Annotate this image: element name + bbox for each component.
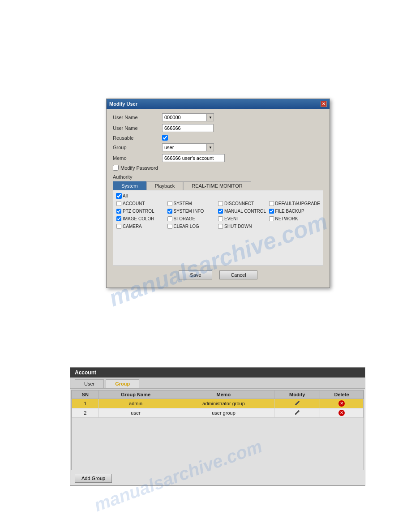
username-dropdown[interactable]: 000000 ▼ <box>162 113 214 121</box>
delete-icon-1[interactable]: ✕ <box>338 400 345 407</box>
modify-user-dialog: Modify User ✕ User Name 000000 ▼ User Na… <box>106 99 330 288</box>
col-memo: Memo <box>173 390 274 399</box>
tab-playback[interactable]: Playback <box>146 181 184 190</box>
checkbox-ptz-control[interactable] <box>116 209 121 214</box>
tab-system[interactable]: System <box>113 181 146 190</box>
auth-item-file-backup: FILE BACKUP <box>269 208 320 214</box>
checkbox-shut-down[interactable] <box>218 224 223 229</box>
cell-delete-1[interactable]: ✕ <box>320 399 364 408</box>
checkbox-storage[interactable] <box>167 216 172 221</box>
checkbox-network[interactable] <box>269 216 274 221</box>
account-titlebar: Account <box>70 368 365 378</box>
group-table: SN Group Name Memo Modify Delete 1 admin… <box>72 390 364 418</box>
table-row: 1 admin administrator group ✕ <box>72 399 364 408</box>
memo-label: Memo <box>113 155 162 161</box>
modify-password-checkbox[interactable] <box>113 165 119 171</box>
label-disconnect: DISCONNECT <box>224 201 254 206</box>
tab-user[interactable]: User <box>75 379 104 388</box>
username-dropdown-row: User Name 000000 ▼ <box>113 113 323 121</box>
account-tabs: User Group <box>70 378 365 389</box>
checkbox-camera[interactable] <box>116 224 121 229</box>
group-dropdown-arrow[interactable]: ▼ <box>207 143 214 151</box>
all-label: All <box>123 193 128 198</box>
close-button[interactable]: ✕ <box>321 101 327 107</box>
cancel-button[interactable]: Cancel <box>219 270 257 279</box>
auth-item-network: NETWORK <box>269 216 320 222</box>
checkbox-system-info[interactable] <box>167 209 172 214</box>
checkbox-clear-log[interactable] <box>167 224 172 229</box>
label-system-info: SYSTEM INFO <box>174 209 204 214</box>
group-dropdown[interactable]: user ▼ <box>162 143 214 151</box>
checkbox-event[interactable] <box>218 216 223 221</box>
label-camera: CAMERA <box>123 224 142 229</box>
tab-group[interactable]: Group <box>106 379 139 388</box>
col-delete: Delete <box>320 390 364 399</box>
table-header-row: SN Group Name Memo Modify Delete <box>72 390 364 399</box>
label-shut-down: SHUT DOWN <box>224 224 252 229</box>
username-text-input[interactable]: 666666 <box>162 124 214 132</box>
authority-tabs: System Playback REAL-TIME MONITOR <box>113 181 323 190</box>
dialog-buttons: Save Cancel <box>113 266 323 283</box>
checkbox-default-upgrade[interactable] <box>269 201 274 206</box>
label-event: EVENT <box>224 216 239 221</box>
username-text-row: User Name 666666 <box>113 124 323 132</box>
authority-section: Authority System Playback REAL-TIME MONI… <box>113 174 323 266</box>
label-network: NETWORK <box>275 216 298 221</box>
table-scroll[interactable]: SN Group Name Memo Modify Delete 1 admin… <box>71 390 364 470</box>
checkbox-disconnect[interactable] <box>218 201 223 206</box>
auth-item-image-color: IMAGE COLOR <box>116 216 166 222</box>
reusable-row: Reusable <box>113 135 323 141</box>
cell-modify-2[interactable] <box>274 408 320 418</box>
auth-grid: ACCOUNT SYSTEM DISCONNECT DEFAULT&UPGRAD… <box>116 201 320 229</box>
checkbox-image-color[interactable] <box>116 216 121 221</box>
account-title: Account <box>75 369 96 376</box>
username-dropdown-arrow[interactable]: ▼ <box>207 113 214 121</box>
dialog-titlebar: Modify User ✕ <box>107 99 330 109</box>
reusable-checkbox[interactable] <box>162 135 168 141</box>
label-clear-log: CLEAR LOG <box>174 224 199 229</box>
label-system: SYSTEM <box>174 201 192 206</box>
checkbox-manual-control[interactable] <box>218 209 223 214</box>
modify-password-row: Modify Password <box>113 165 323 171</box>
auth-item-default-upgrade: DEFAULT&UPGRADE <box>269 201 320 206</box>
label-file-backup: FILE BACKUP <box>275 209 304 214</box>
label-account: ACCOUNT <box>123 201 145 206</box>
cell-delete-2[interactable]: ✕ <box>320 408 364 418</box>
label-image-color: IMAGE COLOR <box>123 216 154 221</box>
dialog-body: User Name 000000 ▼ User Name 666666 Reus… <box>107 109 330 287</box>
memo-input[interactable]: 666666 user's account <box>162 154 225 162</box>
cell-group-name-2: user <box>98 408 173 418</box>
cell-modify-1[interactable] <box>274 399 320 408</box>
table-container: SN Group Name Memo Modify Delete 1 admin… <box>70 390 365 470</box>
checkbox-file-backup[interactable] <box>269 209 274 214</box>
label-storage: STORAGE <box>174 216 196 221</box>
auth-item-storage: STORAGE <box>167 216 217 222</box>
cell-memo-2: user group <box>173 408 274 418</box>
edit-icon <box>295 400 300 406</box>
delete-icon-2[interactable]: ✕ <box>338 410 345 416</box>
group-dropdown-input[interactable]: user <box>162 143 207 151</box>
cell-group-name-1: admin <box>98 399 173 408</box>
label-manual-control: MANUAL CONTROL <box>224 209 266 214</box>
label-ptz-control: PTZ CONTROL <box>123 209 154 214</box>
auth-item-system-info: SYSTEM INFO <box>167 208 217 214</box>
dialog-title: Modify User <box>109 101 137 107</box>
checkbox-system[interactable] <box>167 201 172 206</box>
add-group-button[interactable]: Add Group <box>75 474 112 483</box>
username-dropdown-input[interactable]: 000000 <box>162 113 207 121</box>
tab-realtime[interactable]: REAL-TIME MONITOR <box>183 181 251 190</box>
modify-password-label: Modify Password <box>120 165 158 171</box>
auth-item-account: ACCOUNT <box>116 201 166 206</box>
label-default-upgrade: DEFAULT&UPGRADE <box>275 201 320 206</box>
save-button[interactable]: Save <box>179 270 212 279</box>
checkbox-account[interactable] <box>116 201 121 206</box>
auth-item-clear-log: CLEAR LOG <box>167 223 217 229</box>
group-label: Group <box>113 145 162 150</box>
memo-row: Memo 666666 user's account <box>113 154 323 162</box>
group-row: Group user ▼ <box>113 143 323 151</box>
auth-item-system: SYSTEM <box>167 201 217 206</box>
account-panel: Account User Group SN Group Name Memo Mo… <box>70 367 365 486</box>
cell-memo-1: administrator group <box>173 399 274 408</box>
all-checkbox[interactable] <box>116 193 122 199</box>
col-sn: SN <box>72 390 98 399</box>
